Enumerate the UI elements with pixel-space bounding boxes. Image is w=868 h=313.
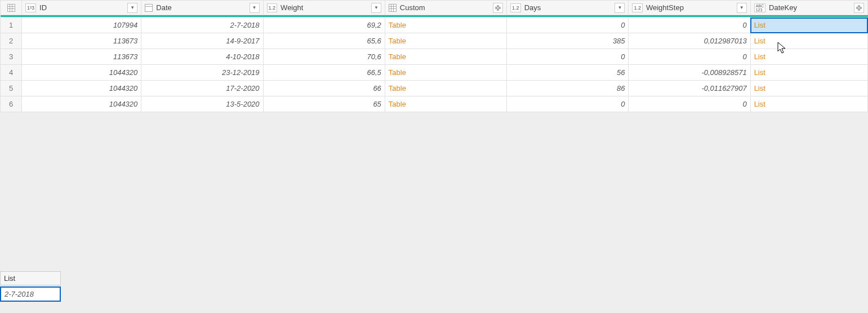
cell-custom[interactable]: Table bbox=[385, 49, 506, 65]
cell-weightstep[interactable]: -0,008928571 bbox=[629, 65, 750, 81]
cell-weightstep[interactable]: 0 bbox=[629, 49, 750, 65]
decimal-type-icon: 1.2 bbox=[632, 3, 643, 12]
cell-weight[interactable]: 65 bbox=[263, 96, 385, 112]
column-header-datekey[interactable]: ABC123 DateKey bbox=[750, 1, 867, 15]
cell-custom[interactable]: Table bbox=[385, 81, 506, 96]
int-type-icon: 1²3 bbox=[25, 3, 36, 12]
row-number-cell[interactable]: 5 bbox=[1, 81, 22, 96]
cell-datekey[interactable]: List bbox=[750, 49, 867, 65]
header-label: WeightStep bbox=[646, 3, 733, 12]
cell-custom[interactable]: Table bbox=[385, 65, 506, 81]
header-label: Weight bbox=[281, 3, 368, 12]
filter-button[interactable] bbox=[615, 3, 625, 13]
cell-custom[interactable]: Table bbox=[385, 17, 506, 33]
table-icon bbox=[4, 1, 18, 15]
cell-datekey[interactable]: List bbox=[750, 96, 867, 112]
cell-date[interactable]: 23-12-2019 bbox=[141, 65, 263, 81]
table-body: 11079942-7-201869,2Table00List211367314-… bbox=[1, 17, 868, 112]
table-row[interactable]: 5104432017-2-202066Table86-0,011627907Li… bbox=[1, 81, 868, 96]
column-header-days[interactable]: 1.2 Days bbox=[507, 1, 629, 15]
preview-value-cell[interactable]: 2-7-2018 bbox=[0, 286, 61, 302]
cell-date[interactable]: 17-2-2020 bbox=[141, 81, 263, 96]
data-grid: 1²3 ID Date 1.2 Weight bbox=[0, 0, 868, 112]
cell-weight[interactable]: 66 bbox=[263, 81, 385, 96]
row-number-cell[interactable]: 4 bbox=[1, 65, 22, 81]
cell-weight[interactable]: 65,6 bbox=[263, 33, 385, 49]
header-label: ID bbox=[39, 3, 124, 12]
cell-weight[interactable]: 66,5 bbox=[263, 65, 385, 81]
filter-button[interactable] bbox=[127, 3, 137, 13]
any-type-icon: ABC123 bbox=[754, 3, 765, 12]
cell-weight[interactable]: 70,6 bbox=[263, 49, 385, 65]
row-number-cell[interactable]: 6 bbox=[1, 96, 22, 112]
table-type-icon bbox=[389, 4, 397, 12]
expand-button[interactable] bbox=[854, 3, 864, 13]
cell-days[interactable]: 385 bbox=[507, 33, 629, 49]
cell-weightstep[interactable]: 0 bbox=[629, 96, 750, 112]
table-row[interactable]: 31136734-10-201870,6Table00List bbox=[1, 49, 868, 65]
cell-datekey[interactable]: List bbox=[750, 33, 867, 49]
cell-datekey[interactable]: List bbox=[750, 81, 867, 96]
column-header-id[interactable]: 1²3 ID bbox=[22, 1, 141, 15]
expand-button[interactable] bbox=[493, 3, 503, 13]
table-row[interactable]: 211367314-9-201765,6Table3850,012987013L… bbox=[1, 33, 868, 49]
cell-id[interactable]: 107994 bbox=[22, 17, 141, 33]
cell-custom[interactable]: Table bbox=[385, 33, 506, 49]
filter-button[interactable] bbox=[250, 3, 260, 13]
cell-days[interactable]: 0 bbox=[507, 96, 629, 112]
cell-date[interactable]: 4-10-2018 bbox=[141, 49, 263, 65]
date-type-icon bbox=[145, 4, 153, 12]
cell-date[interactable]: 14-9-2017 bbox=[141, 33, 263, 49]
cell-id[interactable]: 113673 bbox=[22, 49, 141, 65]
cell-custom[interactable]: Table bbox=[385, 96, 506, 112]
cell-datekey[interactable]: List bbox=[750, 17, 867, 33]
cell-datekey[interactable]: List bbox=[750, 65, 867, 81]
header-row: 1²3 ID Date 1.2 Weight bbox=[1, 1, 868, 15]
expand-icon bbox=[495, 5, 501, 11]
column-header-custom[interactable]: Custom bbox=[385, 1, 506, 15]
header-label: Custom bbox=[400, 3, 489, 12]
header-label: Date bbox=[156, 3, 246, 12]
filter-button[interactable] bbox=[737, 3, 747, 13]
preview-pane: List 2-7-2018 bbox=[0, 271, 61, 302]
expand-icon bbox=[856, 5, 862, 11]
preview-header: List bbox=[0, 271, 61, 285]
cell-weightstep[interactable]: 0,012987013 bbox=[629, 33, 750, 49]
cell-days[interactable]: 0 bbox=[507, 17, 629, 33]
table-row[interactable]: 6104432013-5-202065Table00List bbox=[1, 96, 868, 112]
cell-days[interactable]: 56 bbox=[507, 65, 629, 81]
cell-id[interactable]: 1044320 bbox=[22, 81, 141, 96]
corner-cell[interactable] bbox=[1, 1, 22, 15]
cell-date[interactable]: 2-7-2018 bbox=[141, 17, 263, 33]
filter-button[interactable] bbox=[371, 3, 381, 13]
decimal-type-icon: 1.2 bbox=[510, 3, 521, 12]
header-label: Days bbox=[524, 3, 612, 12]
header-label: DateKey bbox=[769, 3, 851, 12]
cell-days[interactable]: 0 bbox=[507, 49, 629, 65]
row-number-cell[interactable]: 3 bbox=[1, 49, 22, 65]
table: 1²3 ID Date 1.2 Weight bbox=[0, 0, 868, 112]
cell-weightstep[interactable]: -0,011627907 bbox=[629, 81, 750, 96]
cell-weight[interactable]: 69,2 bbox=[263, 17, 385, 33]
column-header-weight[interactable]: 1.2 Weight bbox=[263, 1, 385, 15]
cell-id[interactable]: 113673 bbox=[22, 33, 141, 49]
decimal-type-icon: 1.2 bbox=[267, 3, 278, 12]
table-row[interactable]: 11079942-7-201869,2Table00List bbox=[1, 17, 868, 33]
cell-id[interactable]: 1044320 bbox=[22, 65, 141, 81]
cell-id[interactable]: 1044320 bbox=[22, 96, 141, 112]
table-row[interactable]: 4104432023-12-201966,5Table56-0,00892857… bbox=[1, 65, 868, 81]
column-header-date[interactable]: Date bbox=[141, 1, 263, 15]
cell-weightstep[interactable]: 0 bbox=[629, 17, 750, 33]
column-header-weightstep[interactable]: 1.2 WeightStep bbox=[629, 1, 750, 15]
row-number-cell[interactable]: 2 bbox=[1, 33, 22, 49]
row-number-cell[interactable]: 1 bbox=[1, 17, 22, 33]
cell-date[interactable]: 13-5-2020 bbox=[141, 96, 263, 112]
cell-days[interactable]: 86 bbox=[507, 81, 629, 96]
